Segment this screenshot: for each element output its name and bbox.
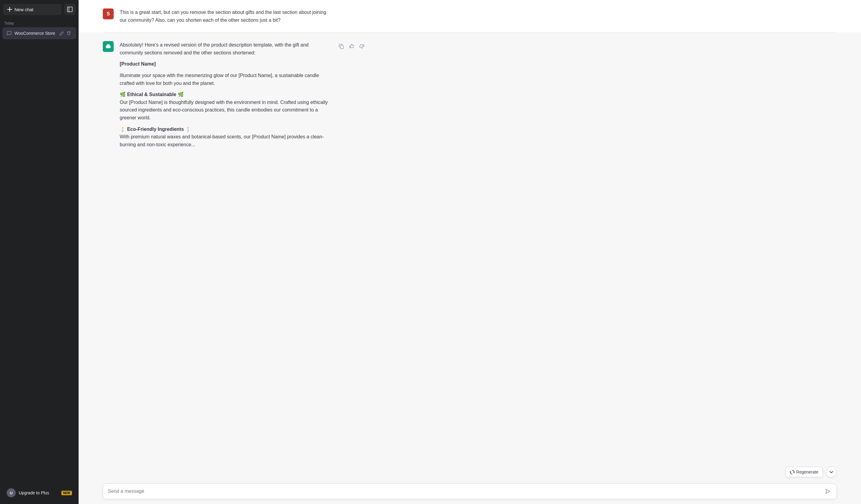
chevron-down-icon	[829, 470, 834, 474]
user-message-text: This is a great start, but can you remov…	[120, 9, 331, 24]
user-avatar-letter: S	[107, 11, 110, 17]
svg-rect-0	[67, 7, 72, 12]
thumbs-down-button[interactable]	[358, 42, 366, 50]
chat-item-label: WooCommerce Store	[14, 31, 56, 36]
chat-item-actions	[59, 30, 72, 36]
user-message-block: S This is a great start, but can you rem…	[79, 0, 861, 32]
main-chat-area: S This is a great start, but can you rem…	[79, 0, 861, 504]
chat-icon	[6, 31, 12, 36]
scroll-down-button[interactable]	[826, 466, 837, 477]
sidebar-top: New chat	[0, 0, 79, 19]
edit-icon	[59, 31, 64, 36]
thumbs-up-icon	[349, 43, 354, 49]
sidebar-bottom: U Upgrade to Plus NEW	[0, 482, 79, 504]
edit-chat-button[interactable]	[59, 30, 65, 36]
section2-title: 🕯️ Eco-Friendly Ingredients 🕯️	[120, 127, 191, 132]
user-message-content: This is a great start, but can you remov…	[120, 9, 331, 24]
assistant-intro: Absolutely! Here's a revised version of …	[120, 41, 331, 56]
plus-icon	[7, 7, 12, 12]
chat-messages: S This is a great start, but can you rem…	[79, 0, 861, 504]
input-box	[103, 484, 837, 499]
floating-controls: Regenerate	[785, 466, 837, 477]
copy-button[interactable]	[337, 42, 345, 50]
input-area	[79, 479, 861, 504]
chatgpt-logo-icon	[105, 43, 111, 50]
avatar: U	[6, 488, 16, 498]
message-actions	[337, 41, 366, 148]
section1-body: Our [Product Name] is thoughtfully desig…	[120, 100, 328, 120]
upgrade-label: Upgrade to Plus	[19, 490, 49, 495]
message-input[interactable]	[108, 489, 824, 494]
regenerate-icon	[790, 470, 794, 474]
upgrade-button[interactable]: U Upgrade to Plus NEW	[2, 485, 76, 500]
section1-title: 🌿 Ethical & Sustainable 🌿	[120, 92, 184, 97]
assistant-message-content: Absolutely! Here's a revised version of …	[120, 41, 331, 148]
trash-icon	[67, 31, 71, 36]
user-avatar: S	[103, 9, 114, 19]
section2-body: With premium natural waxes and botanical…	[120, 134, 324, 147]
product-name: [Product Name]	[120, 61, 156, 67]
layout-icon	[67, 6, 72, 12]
copy-icon	[339, 43, 344, 49]
sidebar: New chat Today WooCommerce Store	[0, 0, 79, 504]
new-chat-label: New chat	[14, 7, 33, 12]
delete-chat-button[interactable]	[66, 30, 72, 36]
new-chat-button[interactable]: New chat	[3, 4, 62, 15]
today-label: Today	[0, 19, 79, 27]
send-icon	[825, 489, 831, 494]
thumbs-down-icon	[359, 43, 365, 49]
new-badge: NEW	[62, 491, 72, 495]
regenerate-label: Regenerate	[796, 470, 818, 474]
tagline: Illuminate your space with the mesmerizi…	[120, 72, 331, 87]
assistant-message-block: Absolutely! Here's a revised version of …	[79, 33, 861, 157]
layout-button[interactable]	[64, 4, 76, 15]
svg-rect-1	[340, 45, 343, 48]
regenerate-button[interactable]: Regenerate	[785, 467, 823, 477]
thumbs-up-button[interactable]	[348, 42, 356, 50]
chat-item-woocommerce[interactable]: WooCommerce Store	[2, 27, 76, 39]
send-button[interactable]	[824, 487, 832, 495]
assistant-avatar	[103, 41, 114, 52]
